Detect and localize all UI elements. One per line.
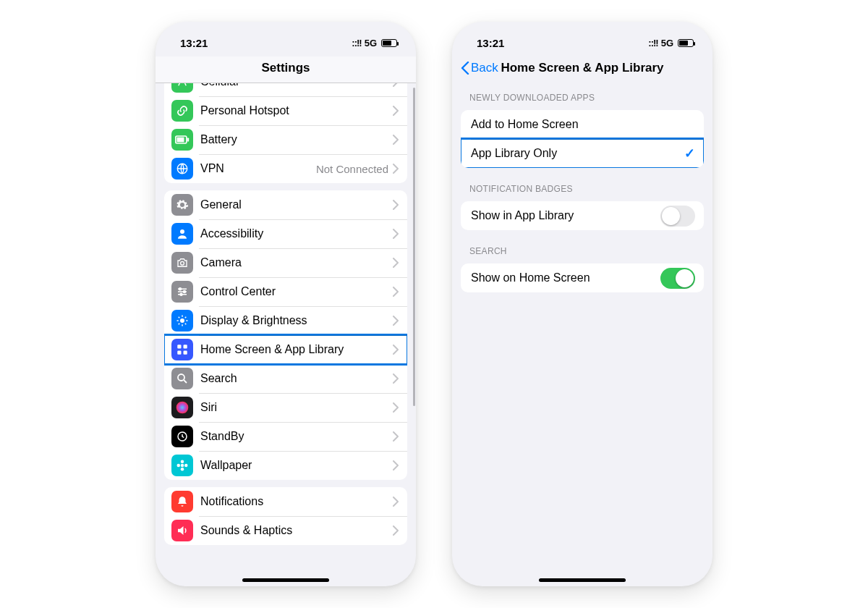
settings-row-camera[interactable]: Camera	[164, 248, 407, 277]
apps-icon	[171, 339, 193, 360]
network-label: 5G	[365, 38, 377, 48]
settings-row-hotspot[interactable]: Personal Hotspot	[164, 96, 407, 125]
chevron-right-icon	[393, 373, 399, 384]
status-time: 13:21	[180, 37, 208, 49]
row-label: Notifications	[200, 495, 393, 508]
settings-row-standby[interactable]: StandBy	[164, 422, 407, 451]
option-row-show-home[interactable]: Show on Home Screen	[461, 263, 704, 292]
row-label: Show in App Library	[468, 209, 660, 222]
section-header: Search	[469, 246, 695, 256]
settings-row-cellular[interactable]: Cellular	[164, 83, 407, 96]
option-row-lib-only[interactable]: App Library Only✓	[461, 139, 704, 168]
settings-row-notifications[interactable]: Notifications	[164, 487, 407, 516]
svg-rect-10	[177, 345, 181, 348]
battery-icon	[678, 39, 694, 47]
status-time: 13:21	[477, 37, 504, 49]
settings-row-accessibility[interactable]: Accessibility	[164, 219, 407, 248]
row-label: Add to Home Screen	[468, 118, 695, 131]
sun-icon	[171, 310, 193, 332]
svg-rect-11	[184, 345, 187, 348]
svg-point-9	[180, 318, 184, 323]
status-bar: 13:21 ::!! 5G	[156, 22, 416, 56]
status-right: ::!! 5G	[648, 38, 694, 48]
settings-group: GeneralAccessibilityCameraControl Center…	[164, 190, 407, 480]
back-label: Back	[471, 61, 498, 75]
battery-icon	[171, 129, 193, 151]
settings-row-homescreen[interactable]: Home Screen & App Library	[164, 335, 407, 364]
svg-rect-1	[177, 138, 184, 143]
svg-point-17	[181, 464, 184, 468]
speaker-icon	[171, 520, 193, 541]
row-label: Personal Hotspot	[200, 104, 393, 117]
toggle-switch[interactable]	[660, 206, 695, 227]
flower-icon	[171, 455, 193, 476]
row-label: StandBy	[200, 430, 393, 443]
svg-point-6	[179, 288, 182, 290]
chevron-right-icon	[393, 106, 399, 116]
person-icon	[171, 223, 193, 245]
chevron-right-icon	[393, 164, 399, 174]
svg-point-19	[181, 468, 184, 471]
nav-bar: Back Home Screen & App Library	[452, 56, 712, 83]
chevron-right-icon	[393, 431, 399, 442]
svg-point-5	[181, 261, 184, 265]
section-group: Add to Home ScreenApp Library Only✓	[461, 110, 704, 168]
row-label: Display & Brightness	[200, 314, 393, 327]
svg-rect-12	[177, 351, 181, 355]
row-label: Camera	[200, 256, 393, 269]
chevron-left-icon	[461, 62, 469, 75]
scrollbar[interactable]	[413, 88, 415, 406]
chevron-right-icon	[393, 402, 399, 413]
chevron-right-icon	[393, 135, 399, 145]
row-label: Search	[200, 372, 393, 385]
option-row-add-home[interactable]: Add to Home Screen	[461, 110, 704, 139]
settings-row-controlcenter[interactable]: Control Center	[164, 277, 407, 306]
chevron-right-icon	[393, 287, 399, 297]
svg-rect-2	[187, 138, 190, 142]
row-label: VPN	[200, 162, 316, 175]
svg-point-7	[184, 291, 186, 293]
row-label: Show on Home Screen	[468, 271, 660, 284]
row-label: Sounds & Haptics	[200, 524, 393, 537]
settings-row-vpn[interactable]: VPNNot Connected	[164, 154, 407, 183]
svg-point-21	[184, 464, 188, 468]
settings-row-battery[interactable]: Battery	[164, 125, 407, 154]
camera-icon	[171, 252, 193, 274]
option-row-show-lib[interactable]: Show in App Library	[461, 201, 704, 230]
phone-settings: 13:21 ::!! 5G Settings CellularPersonal …	[156, 22, 416, 586]
chevron-right-icon	[393, 345, 399, 355]
row-label: Control Center	[200, 285, 393, 298]
toggle-switch[interactable]	[660, 268, 695, 289]
status-right: ::!! 5G	[352, 38, 397, 48]
section-header: Newly Downloaded Apps	[469, 93, 695, 103]
row-label: Siri	[200, 401, 393, 414]
settings-row-sounds[interactable]: Sounds & Haptics	[164, 516, 407, 545]
settings-row-display[interactable]: Display & Brightness	[164, 306, 407, 335]
settings-row-wallpaper[interactable]: Wallpaper	[164, 451, 407, 480]
back-button[interactable]: Back	[461, 61, 498, 75]
svg-rect-13	[184, 351, 187, 355]
dual-sim-icon: ::!!	[648, 38, 658, 48]
settings-group: NotificationsSounds & Haptics	[164, 487, 407, 545]
home-indicator[interactable]	[539, 578, 626, 582]
row-label: Wallpaper	[200, 459, 393, 472]
home-indicator[interactable]	[242, 578, 329, 582]
settings-row-siri[interactable]: Siri	[164, 393, 407, 422]
svg-point-8	[180, 293, 182, 295]
section-group: Show in App Library	[461, 201, 704, 230]
bell-icon	[171, 491, 193, 512]
chevron-right-icon	[393, 497, 399, 507]
sliders-icon	[171, 281, 193, 303]
settings-group: CellularPersonal HotspotBatteryVPNNot Co…	[164, 83, 407, 183]
settings-row-search[interactable]: Search	[164, 364, 407, 393]
chevron-right-icon	[393, 200, 399, 210]
chevron-right-icon	[393, 83, 399, 87]
chevron-right-icon	[393, 316, 399, 326]
svg-point-14	[178, 374, 184, 381]
row-label: Home Screen & App Library	[200, 343, 393, 356]
clock-icon	[171, 426, 193, 447]
svg-point-20	[177, 464, 181, 468]
section-header: Notification Badges	[469, 184, 695, 194]
settings-row-general[interactable]: General	[164, 190, 407, 219]
status-bar: 13:21 ::!! 5G	[452, 22, 712, 56]
